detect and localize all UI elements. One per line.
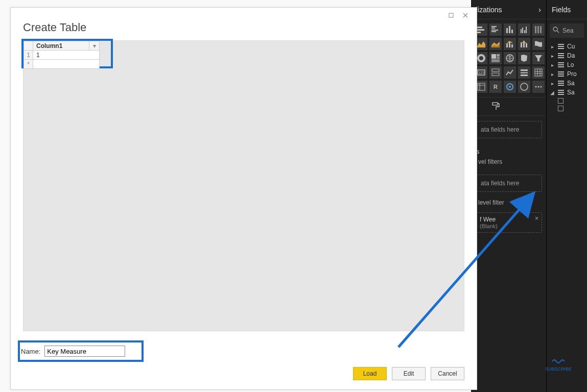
- viz-slicer-icon[interactable]: [518, 66, 530, 79]
- svg-rect-34: [521, 72, 528, 74]
- svg-rect-27: [491, 59, 500, 62]
- close-icon[interactable]: ×: [535, 215, 538, 222]
- svg-rect-13: [526, 27, 527, 33]
- svg-rect-1: [477, 29, 484, 31]
- chevron-right-icon: ▸: [550, 44, 555, 50]
- svg-rect-15: [537, 26, 539, 33]
- field-column-item[interactable]: [547, 97, 587, 105]
- viz-100pct-column-icon[interactable]: [532, 23, 545, 36]
- svg-rect-37: [478, 83, 485, 90]
- cancel-button[interactable]: Cancel: [431, 367, 464, 380]
- row-index-new: *: [24, 60, 33, 69]
- viz-map-icon[interactable]: [504, 52, 516, 64]
- viz-line-stacked-icon[interactable]: [518, 38, 530, 50]
- create-table-dialog: Create Table Column1 ▾ 1 1 * Name:: [10, 7, 477, 390]
- fields-header[interactable]: Fields: [547, 0, 587, 19]
- column-header[interactable]: Column1: [33, 41, 89, 51]
- search-icon: [553, 27, 559, 35]
- maximize-icon[interactable]: [445, 11, 457, 20]
- viz-py-icon[interactable]: [504, 81, 516, 93]
- checkbox-icon[interactable]: [558, 98, 563, 104]
- svg-text:123: 123: [478, 71, 484, 75]
- viz-filled-map-icon[interactable]: [518, 52, 530, 64]
- viz-ribbon-icon[interactable]: [532, 38, 545, 50]
- checkbox-icon[interactable]: [558, 106, 563, 111]
- viz-table-icon[interactable]: [532, 66, 545, 79]
- table-name-input[interactable]: [44, 346, 125, 357]
- dialog-titlebar: [11, 8, 477, 20]
- table-icon: [558, 53, 564, 58]
- table-name: Pro: [567, 70, 577, 78]
- svg-rect-24: [491, 54, 496, 59]
- viz-line-column-icon[interactable]: [504, 38, 516, 50]
- svg-rect-7: [506, 28, 508, 33]
- svg-text:R: R: [494, 84, 498, 90]
- fields-tree: ▸Cu▸Da▸Lo▸Pro▸Sa◢Sa: [547, 42, 587, 112]
- viz-treemap-icon[interactable]: [489, 52, 502, 64]
- search-placeholder: Sea: [562, 27, 573, 34]
- edit-button[interactable]: Edit: [392, 367, 426, 380]
- dialog-body: Column1 ▾ 1 1 *: [23, 40, 464, 331]
- visual-level-filters-label: vel filters: [471, 156, 546, 169]
- svg-rect-3: [491, 26, 497, 27]
- field-table-item[interactable]: ▸Da: [547, 51, 587, 60]
- dialog-title: Create Table: [11, 20, 477, 40]
- cell-new[interactable]: [33, 60, 100, 69]
- chevron-right-icon: ▸: [550, 53, 555, 59]
- table-name: Da: [567, 52, 575, 59]
- svg-rect-36: [535, 69, 542, 76]
- viz-clustered-bar-icon[interactable]: [489, 23, 502, 36]
- filters-dropzone-text: ata fields here: [481, 180, 519, 187]
- field-table-item[interactable]: ▸Cu: [547, 42, 587, 51]
- svg-point-42: [535, 86, 537, 88]
- table-icon: [558, 81, 564, 86]
- viz-arcgis-icon[interactable]: [518, 81, 530, 93]
- fields-title: Fields: [552, 6, 571, 14]
- field-table-item[interactable]: ◢Sa: [547, 88, 587, 97]
- svg-rect-6: [491, 31, 496, 32]
- table-name: Lo: [567, 61, 574, 68]
- column-dropdown-icon[interactable]: ▾: [89, 41, 100, 51]
- viz-r-script-icon[interactable]: R: [489, 81, 502, 93]
- svg-point-44: [541, 86, 542, 88]
- load-button[interactable]: Load: [353, 367, 387, 380]
- data-grid[interactable]: Column1 ▾ 1 1 *: [24, 41, 100, 69]
- field-table-item[interactable]: ▸Pro: [547, 69, 587, 79]
- svg-rect-5: [491, 30, 498, 31]
- viz-multirow-card-icon[interactable]: [489, 66, 502, 79]
- field-table-item[interactable]: ▸Lo: [547, 60, 587, 69]
- svg-point-41: [521, 83, 528, 90]
- close-icon[interactable]: [459, 11, 472, 20]
- filter-card[interactable]: × f Wee (Blank): [475, 212, 542, 233]
- viz-funnel-icon[interactable]: [532, 52, 545, 64]
- table-icon: [558, 44, 564, 49]
- viz-clustered-column-icon[interactable]: [518, 23, 530, 36]
- viz-more-icon[interactable]: [532, 81, 545, 93]
- row-index: 1: [24, 51, 33, 60]
- svg-rect-18: [509, 42, 510, 47]
- table-icon: [558, 71, 564, 77]
- svg-rect-32: [492, 73, 499, 76]
- svg-rect-35: [521, 75, 528, 76]
- svg-rect-4: [491, 28, 495, 29]
- svg-rect-48: [449, 13, 453, 17]
- svg-rect-2: [477, 32, 481, 33]
- svg-line-47: [557, 31, 559, 33]
- format-tab[interactable]: [471, 97, 546, 116]
- field-column-item[interactable]: [547, 105, 587, 112]
- viz-stacked-area-icon[interactable]: [489, 38, 502, 50]
- svg-rect-8: [509, 26, 510, 33]
- chevron-right-icon: ▸: [550, 62, 555, 68]
- viz-kpi-icon[interactable]: [504, 66, 516, 79]
- chevron-right-icon: ▸: [550, 81, 555, 86]
- dialog-buttons: Load Edit Cancel: [353, 367, 464, 380]
- values-dropzone[interactable]: ata fields here: [475, 121, 542, 138]
- visualizations-header[interactable]: lizations ›: [471, 0, 546, 19]
- values-dropzone-text: ata fields here: [481, 126, 519, 133]
- cell[interactable]: 1: [33, 51, 100, 60]
- viz-stacked-column-icon[interactable]: [504, 23, 516, 36]
- field-table-item[interactable]: ▸Sa: [547, 79, 587, 88]
- filters-dropzone[interactable]: ata fields here: [475, 175, 542, 192]
- fields-search[interactable]: Sea: [550, 23, 584, 38]
- svg-rect-11: [522, 28, 523, 33]
